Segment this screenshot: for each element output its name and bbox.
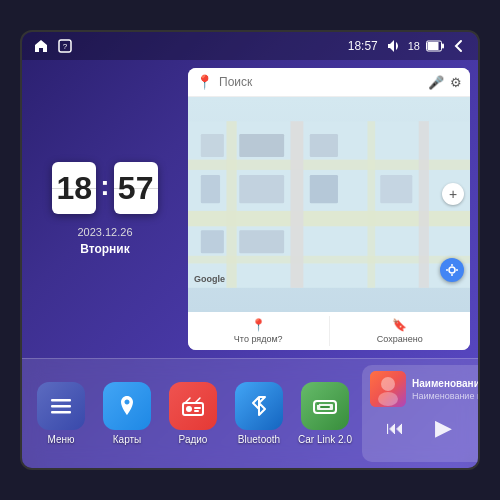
radio-app-label: Радио	[179, 434, 208, 445]
music-controls: ⏮ ▶ ⏭	[370, 415, 480, 441]
clock-hour: 18	[52, 162, 96, 214]
svg-rect-20	[201, 230, 224, 253]
saved-label: Сохранено	[377, 334, 423, 344]
app-item-radio[interactable]: Радио	[162, 382, 224, 445]
carlink-app-label: Car Link 2.0	[298, 434, 352, 445]
status-bar-left: ?	[32, 37, 74, 55]
volume-icon	[384, 37, 402, 55]
svg-rect-9	[226, 121, 236, 288]
svg-rect-18	[310, 175, 338, 203]
map-pin-icon: 📍	[196, 74, 213, 90]
map-area: Google +	[188, 97, 470, 312]
svg-rect-10	[291, 121, 304, 288]
battery-level: 18	[408, 40, 420, 52]
top-section: 18 : 57 2023.12.26 Вторник 📍 🎤 ⚙	[22, 60, 478, 358]
bluetooth-app-label: Bluetooth	[238, 434, 280, 445]
app-item-menu[interactable]: Меню	[30, 382, 92, 445]
svg-rect-32	[194, 407, 201, 409]
svg-point-36	[317, 403, 319, 405]
status-time: 18:57	[348, 39, 378, 53]
music-info: Наименование песни Наименование певца	[412, 378, 480, 401]
svg-rect-29	[51, 411, 71, 414]
carlink-app-icon	[301, 382, 349, 430]
music-play-button[interactable]: ▶	[435, 415, 452, 441]
nearby-label: Что рядом?	[234, 334, 283, 344]
svg-rect-33	[194, 410, 199, 412]
svg-rect-16	[201, 175, 220, 203]
clock-widget: 18 : 57 2023.12.26 Вторник	[30, 68, 180, 350]
music-widget: Наименование песни Наименование певца ⏮ …	[362, 365, 480, 462]
album-art	[370, 371, 406, 407]
menu-app-label: Меню	[47, 434, 74, 445]
clock-colon: :	[100, 170, 109, 202]
clock-date: 2023.12.26	[77, 226, 132, 238]
svg-point-31	[186, 406, 192, 412]
svg-point-40	[378, 392, 398, 406]
map-nearby-button[interactable]: 📍 Что рядом?	[188, 316, 330, 346]
back-icon[interactable]	[450, 37, 468, 55]
svg-rect-37	[320, 406, 330, 408]
bluetooth-app-icon	[235, 382, 283, 430]
flip-clock: 18 : 57	[52, 162, 157, 214]
clock-day: Вторник	[80, 242, 130, 256]
svg-rect-21	[239, 230, 284, 253]
svg-rect-19	[380, 175, 412, 203]
svg-rect-27	[51, 399, 71, 402]
bottom-section: Меню Карты	[22, 358, 478, 468]
question-icon: ?	[56, 37, 74, 55]
svg-rect-12	[419, 121, 429, 288]
music-title: Наименование песни	[412, 378, 480, 389]
svg-rect-28	[51, 405, 71, 408]
map-zoom-in-button[interactable]: +	[442, 183, 464, 205]
svg-point-22	[449, 267, 455, 273]
map-mic-icon[interactable]: 🎤	[428, 75, 444, 90]
map-footer: 📍 Что рядом? 🔖 Сохранено	[188, 312, 470, 350]
device-frame: ? 18:57 18	[20, 30, 480, 470]
maps-app-icon	[103, 382, 151, 430]
music-artist: Наименование певца	[412, 391, 480, 401]
app-item-carlink[interactable]: Car Link 2.0	[294, 382, 356, 445]
app-grid: Меню Карты	[30, 365, 356, 462]
maps-app-label: Карты	[113, 434, 142, 445]
svg-point-39	[381, 377, 395, 391]
status-bar: ? 18:57 18	[22, 32, 478, 60]
svg-rect-15	[310, 134, 338, 157]
clock-minute: 57	[114, 162, 158, 214]
main-content: 18 : 57 2023.12.26 Вторник 📍 🎤 ⚙	[22, 60, 478, 468]
home-icon[interactable]	[32, 37, 50, 55]
svg-rect-3	[442, 44, 444, 49]
map-search-input[interactable]	[219, 75, 422, 89]
app-item-maps[interactable]: Карты	[96, 382, 158, 445]
music-top: Наименование песни Наименование певца	[370, 371, 480, 407]
svg-rect-11	[367, 121, 375, 288]
google-logo: Google	[194, 274, 225, 284]
map-search-bar[interactable]: 📍 🎤 ⚙	[188, 68, 470, 97]
app-item-bluetooth[interactable]: Bluetooth	[228, 382, 290, 445]
svg-rect-4	[428, 42, 439, 50]
nearby-icon: 📍	[251, 318, 266, 332]
map-saved-button[interactable]: 🔖 Сохранено	[330, 316, 471, 346]
map-widget[interactable]: 📍 🎤 ⚙	[188, 68, 470, 350]
svg-text:?: ?	[63, 42, 68, 51]
menu-app-icon	[37, 382, 85, 430]
svg-rect-14	[239, 134, 284, 157]
svg-rect-13	[201, 134, 224, 157]
music-prev-button[interactable]: ⏮	[386, 418, 404, 439]
radio-app-icon	[169, 382, 217, 430]
map-locate-button[interactable]	[440, 258, 464, 282]
saved-icon: 🔖	[392, 318, 407, 332]
album-art-image	[370, 371, 406, 407]
map-settings-icon[interactable]: ⚙	[450, 75, 462, 90]
svg-rect-17	[239, 175, 284, 203]
battery-icon	[426, 37, 444, 55]
